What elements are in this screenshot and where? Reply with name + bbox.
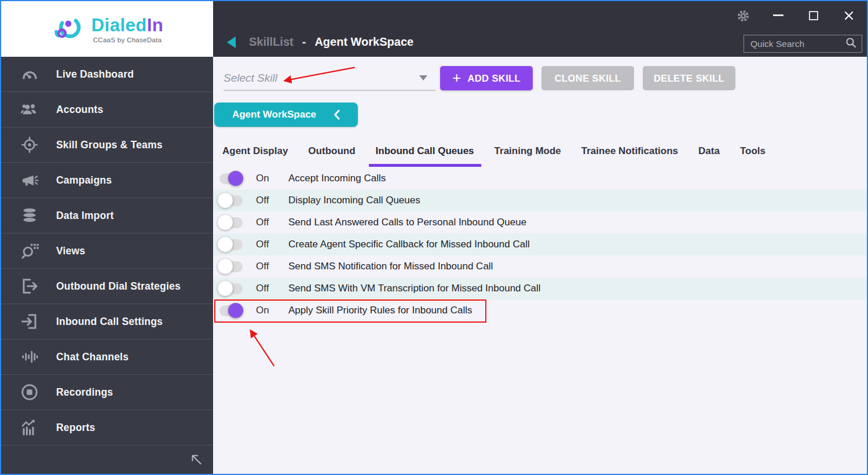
search-input[interactable] [750, 39, 845, 49]
breadcrumb-separator: - [302, 35, 306, 49]
sidebar-item-label: Inbound Call Settings [56, 316, 163, 328]
close-icon[interactable] [840, 8, 858, 24]
logo: DialedIn CCaaS by ChaseData [1, 1, 213, 57]
tab-trainee-notifications[interactable]: Trainee Notifications [574, 145, 685, 167]
dialedin-logo-icon [51, 13, 85, 45]
tab-outbound[interactable]: Outbound [301, 145, 362, 167]
toggle-switch[interactable] [218, 215, 243, 230]
main-area: SkillList - Agent WorkSpace Select Skill… [213, 1, 867, 474]
sidebar-item-views[interactable]: Views [1, 233, 213, 269]
tab-inbound-call-queues[interactable]: Inbound Call Queues [369, 145, 481, 167]
delete-skill-button[interactable]: DELETE SKILL [643, 66, 735, 90]
toggle-switch[interactable] [218, 259, 243, 274]
sidebar-item-recordings[interactable]: Recordings [1, 375, 213, 410]
plus-icon: + [452, 70, 462, 85]
gauge-icon [17, 65, 42, 83]
skill-select-dropdown[interactable]: Select Skill [224, 66, 435, 91]
sidebar-nav: Live Dashboard Accounts Skill Groups & T… [1, 57, 213, 474]
toggle-state-label: Off [256, 283, 288, 294]
setting-row-create-callback: Off Create Agent Specific Callback for M… [213, 233, 867, 255]
sidebar-item-label: Live Dashboard [56, 68, 134, 81]
sidebar: DialedIn CCaaS by ChaseData Live Dashboa… [1, 1, 213, 474]
sidebar-item-inbound-call-settings[interactable]: Inbound Call Settings [1, 304, 213, 339]
gear-icon[interactable] [734, 8, 752, 24]
toggle-switch[interactable] [218, 281, 243, 296]
setting-label: Create Agent Specific Callback for Misse… [288, 239, 530, 250]
skill-toolbar: Select Skill + ADD SKILL CLONE SKILL DEL… [224, 66, 867, 91]
breadcrumb-parent[interactable]: SkillList [249, 35, 294, 49]
search-grid-icon [17, 242, 42, 260]
add-skill-button[interactable]: + ADD SKILL [440, 66, 533, 90]
sidebar-item-label: Chat Channels [56, 351, 129, 363]
settings-list: On Accept Incoming Calls Off Display Inc… [213, 167, 867, 321]
sidebar-item-label: Accounts [56, 104, 103, 116]
database-icon [17, 207, 42, 224]
collapse-arrow-icon[interactable] [190, 453, 203, 468]
window-controls [716, 8, 858, 24]
record-icon [17, 383, 42, 401]
tab-bar: Agent Display Outbound Inbound Call Queu… [215, 145, 867, 167]
sidebar-item-live-dashboard[interactable]: Live Dashboard [1, 57, 213, 92]
toggle-switch[interactable] [218, 303, 243, 318]
maximize-icon[interactable] [805, 8, 822, 24]
target-icon [17, 136, 42, 154]
sidebar-item-label: Views [56, 245, 85, 257]
setting-row-accept-incoming: On Accept Incoming Calls [213, 167, 867, 189]
logo-title: DialedIn [91, 15, 164, 36]
setting-label: Send SMS Notification for Missed Inbound… [288, 261, 493, 272]
setting-label: Accept Incoming Calls [288, 173, 386, 184]
setting-label: Send Last Answered Calls to Personal Inb… [288, 217, 526, 228]
minimize-icon[interactable] [770, 8, 787, 24]
setting-row-display-queues: Off Display Incoming Call Queues [213, 189, 867, 211]
toggle-switch[interactable] [218, 171, 243, 186]
chart-icon [17, 418, 42, 437]
sidebar-item-campaigns[interactable]: Campaigns [1, 163, 213, 198]
tab-tools[interactable]: Tools [733, 145, 772, 167]
sidebar-item-skill-groups[interactable]: Skill Groups & Teams [1, 127, 213, 163]
sidebar-item-label: Data Import [56, 210, 113, 222]
sidebar-item-outbound-dial[interactable]: Outbound Dial Strategies [1, 269, 213, 304]
toggle-state-label: On [256, 173, 288, 184]
sidebar-item-label: Campaigns [56, 174, 112, 187]
people-icon [17, 101, 42, 118]
content: Select Skill + ADD SKILL CLONE SKILL DEL… [213, 57, 867, 474]
chevron-left-icon [334, 109, 340, 120]
toggle-state-label: Off [256, 217, 288, 228]
caret-down-icon [419, 75, 427, 81]
setting-row-skill-priority-rules: On Apply Skill Priority Rules for Inboun… [213, 299, 867, 321]
sidebar-item-chat-channels[interactable]: Chat Channels [1, 339, 213, 375]
sidebar-item-reports[interactable]: Reports [1, 410, 213, 445]
agent-workspace-button[interactable]: Agent WorkSpace [214, 103, 358, 127]
sidebar-item-data-import[interactable]: Data Import [1, 198, 213, 233]
arrow-out-icon [17, 277, 42, 295]
setting-row-sms-notification: Off Send SMS Notification for Missed Inb… [213, 255, 867, 277]
magnifier-icon[interactable] [845, 37, 856, 50]
back-arrow-icon[interactable] [227, 36, 236, 48]
sidebar-footer [1, 445, 213, 474]
tab-agent-display[interactable]: Agent Display [215, 145, 295, 167]
waveform-icon [17, 348, 42, 366]
tab-training-mode[interactable]: Training Mode [488, 145, 568, 167]
setting-label: Apply Skill Priority Rules for Inbound C… [288, 305, 472, 316]
setting-label: Display Incoming Call Queues [288, 195, 420, 206]
toggle-state-label: On [256, 305, 288, 316]
sidebar-item-label: Skill Groups & Teams [56, 139, 163, 151]
tab-data[interactable]: Data [691, 145, 727, 167]
sidebar-item-label: Reports [56, 422, 96, 434]
arrow-in-icon [17, 312, 42, 331]
setting-row-sms-vm-transcription: Off Send SMS With VM Transcription for M… [213, 277, 867, 299]
topbar: SkillList - Agent WorkSpace [213, 1, 867, 57]
setting-label: Send SMS With VM Transcription for Misse… [288, 283, 541, 294]
logo-tagline: CCaaS by ChaseData [93, 36, 162, 43]
sidebar-item-label: Recordings [56, 386, 113, 399]
breadcrumb: SkillList - Agent WorkSpace [227, 35, 413, 49]
toggle-switch[interactable] [218, 193, 243, 208]
toggle-switch[interactable] [218, 237, 243, 252]
sidebar-item-label: Outbound Dial Strategies [56, 280, 181, 293]
sidebar-item-accounts[interactable]: Accounts [1, 92, 213, 127]
clone-skill-button[interactable]: CLONE SKILL [541, 66, 634, 90]
toggle-state-label: Off [256, 261, 288, 272]
skill-select-placeholder: Select Skill [224, 72, 277, 85]
toggle-state-label: Off [256, 195, 288, 206]
megaphone-icon [17, 171, 42, 189]
